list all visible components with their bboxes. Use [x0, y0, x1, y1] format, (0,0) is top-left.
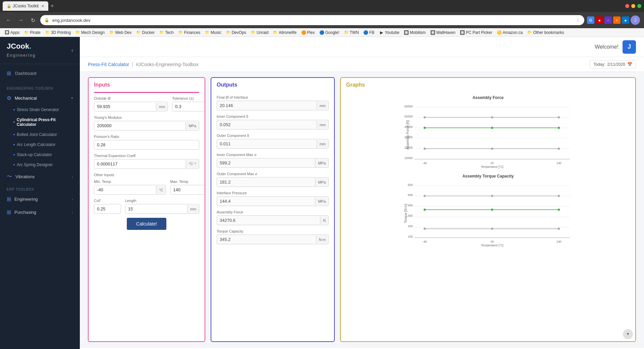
input-group-thermal-expansion: Thermal Expansion Coeff. °C⁻¹ [94, 154, 199, 169]
sidebar-item-arc-spring[interactable]: Arc Spring Designer [0, 160, 80, 170]
output-torque-capacity: Torque Capacity 345.2 N·m [217, 229, 329, 244]
mechanical-icon: ⚙ [7, 95, 11, 101]
outside-diameter-input[interactable] [94, 102, 156, 111]
devops-icon: 📁 [226, 30, 231, 35]
max-temp-input[interactable] [170, 185, 205, 194]
sidebar-item-bolted-joint[interactable]: Bolted Joint Calculator [0, 130, 80, 140]
input-group-cof: CoF [94, 199, 121, 214]
bookmark-fb-label: FB [369, 30, 374, 35]
bookmark-finances[interactable]: 📁 Finances [176, 30, 203, 36]
thermal-expansion-input[interactable] [94, 159, 186, 168]
outside-diameter-field: mm [94, 102, 168, 111]
output-final-diameter-label: Final Ø of Interface [217, 95, 329, 99]
sidebar-item-stress-strain[interactable]: Stress Strain Generator [0, 105, 80, 115]
bookmark-docker[interactable]: 📁 Docker [134, 30, 157, 36]
ext-icon-3[interactable]: ○ [604, 16, 612, 24]
address-star-icon: ☆ [576, 17, 580, 23]
bookmark-fb[interactable]: 🔵 FB [362, 30, 376, 36]
google-icon: 🔵 [319, 30, 324, 35]
input-row-diameter-tolerance: Outside Ø mm Tolerance (±) mm [94, 96, 199, 111]
bookmark-pirate[interactable]: 📁 Pirate [22, 30, 42, 36]
outputs-panel-body: Final Ø of Interface 20.146 mm Inner Com… [211, 92, 334, 341]
bookmark-tech[interactable]: 📁 Tech [157, 30, 175, 36]
svg-text:Torque [N·m]: Torque [N·m] [404, 204, 408, 223]
back-btn[interactable]: ← [4, 15, 13, 25]
inputs-panel: Inputs Outside Ø mm Tolerance (± [88, 77, 205, 342]
output-inner-delta-field: 0.052 mm [217, 120, 329, 130]
bookmark-pcpartpicker[interactable]: 🔲 PC Part Picker [458, 30, 494, 36]
twn-icon: 📁 [344, 30, 349, 35]
bookmark-mobilism[interactable]: 🔲 Mobilism [402, 30, 428, 36]
bookmark-google[interactable]: 🔵 Google! [317, 30, 341, 36]
sub-dot-icon [13, 109, 15, 110]
bookmark-devops[interactable]: 📁 DevOps [224, 30, 248, 36]
window-close-btn[interactable] [625, 4, 629, 8]
bookmark-youtube[interactable]: ▶ Youtube [377, 30, 401, 36]
sidebar-item-stackup[interactable]: Stack-up Calculator [0, 150, 80, 160]
ext-icon-r[interactable]: ■ [596, 16, 603, 24]
cof-input[interactable] [94, 204, 121, 214]
length-input[interactable] [125, 204, 187, 213]
poissons-ratio-input[interactable] [94, 140, 199, 150]
plex-icon: 🟠 [301, 30, 306, 35]
svg-point-53 [424, 209, 426, 211]
browser-user-avatar[interactable]: J [631, 15, 640, 25]
sidebar-mechanical-category[interactable]: ⚙ Mechanical ▾ [0, 92, 80, 105]
breadcrumb-page[interactable]: Press-Fit Calculator [88, 62, 129, 67]
bookmark-music[interactable]: 📁 Music [203, 30, 223, 36]
youngs-modulus-input[interactable] [94, 121, 185, 130]
calculate-button[interactable]: Calculate! [127, 218, 166, 230]
min-temp-label: Min. Temp. [94, 180, 166, 184]
sidebar-collapse-btn[interactable]: ‹ [71, 47, 73, 53]
sidebar-engineering-category[interactable]: ⊞ Engineering › [0, 193, 80, 206]
ext-icon-g[interactable]: G [587, 16, 594, 24]
bookmark-plex[interactable]: 🟠 Plex [299, 30, 317, 36]
sidebar-item-press-fit[interactable]: Cylindrical Press-Fit Calculator [0, 115, 80, 130]
sidebar-item-dashboard[interactable]: ⊞ Dashboard [0, 67, 80, 80]
svg-point-51 [558, 195, 560, 197]
new-tab-btn[interactable]: + [50, 3, 54, 10]
tab-close-btn[interactable]: ✕ [41, 4, 44, 8]
app-wrapper: JCook. Engineering ‹ ⊞ Dashboard ENGINEE… [0, 37, 644, 349]
date-badge[interactable]: Today: 2/11/2020 📅 [590, 60, 636, 68]
window-maximize-btn[interactable] [637, 4, 641, 8]
bookmark-youtube-label: Youtube [385, 30, 399, 35]
svg-text:Assembly Force [N]: Assembly Force [N] [406, 120, 410, 149]
bookmark-wallhaven[interactable]: 🔲 WallHaven [428, 30, 458, 36]
calendar-icon: 📅 [627, 62, 632, 67]
sidebar-vibrations-category[interactable]: 〜 Vibrations › [0, 170, 80, 184]
bookmark-twn[interactable]: 📁 TWN [342, 30, 361, 36]
ext-icon-5[interactable]: ◈ [622, 16, 629, 24]
bookmark-dronelife[interactable]: 📁 #dronelife [271, 30, 299, 36]
ext-icon-4[interactable]: ≡ [613, 16, 621, 24]
vibrations-icon: 〜 [7, 173, 12, 180]
svg-text:140: 140 [556, 161, 561, 165]
bookmark-mechdesign[interactable]: 📁 Mech Design [73, 30, 107, 36]
svg-text:100: 100 [408, 235, 413, 238]
browser-tab-active[interactable]: 🔒 JCooks Toolkit ✕ [3, 1, 48, 11]
bookmark-3dprinting[interactable]: 📁 3D Printing [43, 30, 73, 36]
sidebar-item-arc-length[interactable]: Arc Length Calculator [0, 140, 80, 150]
breadcrumb-nav: Press-Fit Calculator | #JCooks-Engineeri… [88, 61, 199, 67]
bookmark-unraid[interactable]: 📁 Unraid [249, 30, 270, 36]
bookmark-other[interactable]: 📁 Other bookmarks [525, 30, 566, 36]
bookmark-amazon[interactable]: 🟡 Amazon.ca [495, 30, 525, 36]
address-bar[interactable] [40, 15, 584, 25]
refresh-btn[interactable]: ↻ [28, 15, 38, 25]
svg-point-29 [558, 148, 560, 150]
output-outer-sigma-label: Outer Component Max σ [217, 172, 329, 176]
scroll-down-btn[interactable]: ▾ [623, 329, 633, 339]
svg-text:20000: 20000 [405, 146, 413, 149]
window-minimize-btn[interactable] [631, 4, 635, 8]
tolerance-field: mm [172, 102, 205, 111]
svg-text:400: 400 [408, 204, 413, 207]
fb-icon: 🔵 [364, 30, 368, 35]
user-avatar-btn[interactable]: J [623, 40, 636, 54]
bookmark-apps[interactable]: 🔲 Apps [3, 30, 21, 36]
min-temp-input[interactable] [94, 185, 156, 194]
assembly-force-graph-title: Assembly Force [346, 95, 630, 100]
sidebar-purchasing-category[interactable]: ⊞ Purchasing › [0, 206, 80, 219]
tolerance-input[interactable] [172, 102, 205, 111]
bookmark-webdev[interactable]: 📁 Web Dev [107, 30, 133, 36]
forward-btn[interactable]: → [16, 15, 25, 25]
